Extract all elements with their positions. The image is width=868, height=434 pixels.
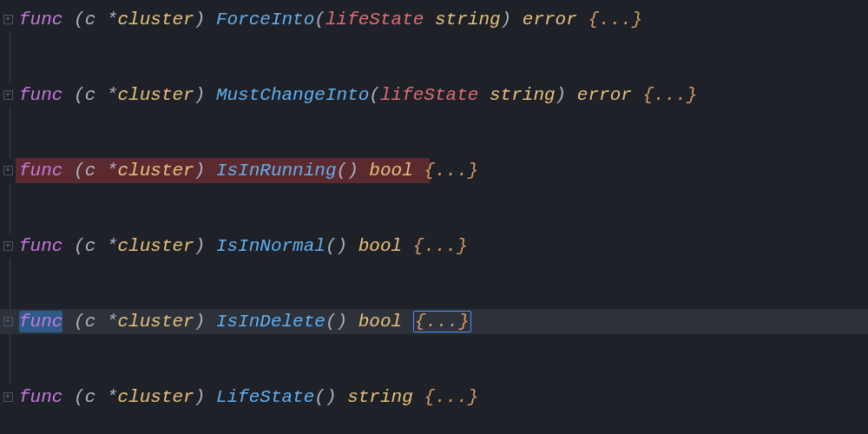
folded-body[interactable]: {...}	[424, 387, 478, 407]
fold-expand-icon[interactable]: +	[3, 317, 13, 326]
func-name: ForceInto	[216, 10, 314, 30]
blank-line	[0, 32, 868, 57]
blank-line	[0, 133, 868, 158]
receiver-var: c	[85, 10, 96, 30]
folded-body[interactable]: {...}	[413, 236, 468, 256]
punct: *	[95, 10, 117, 30]
blank-line	[0, 259, 868, 284]
code-content[interactable]: func (c *cluster) MustChangeInto(lifeSta…	[16, 85, 697, 105]
blank-line	[0, 208, 868, 233]
code-line-removed: + func (c *cluster) IsInRunning() bool {…	[0, 158, 868, 183]
keyword-func: func	[19, 85, 62, 105]
blank-line	[0, 284, 868, 309]
punct: )	[194, 10, 216, 30]
return-type: string	[347, 387, 413, 407]
folded-body[interactable]: {...}	[642, 85, 697, 105]
param-type: string	[490, 85, 556, 105]
blank-line	[0, 359, 868, 385]
code-line-current: + func (c *cluster) IsInDelete() bool {.…	[0, 309, 868, 334]
keyword-func-selected: func	[19, 311, 62, 332]
fold-expand-icon[interactable]: +	[3, 15, 13, 24]
gutter: +	[0, 166, 16, 175]
folded-body[interactable]: {...}	[424, 161, 478, 181]
gutter: +	[0, 90, 16, 100]
return-type: bool	[369, 161, 412, 181]
fold-guide	[10, 57, 10, 82]
func-name: IsInNormal	[216, 236, 326, 256]
param-name: lifeState	[326, 10, 424, 30]
code-content[interactable]: func (c *cluster) IsInRunning() bool {..…	[16, 161, 478, 181]
blank-line	[0, 57, 868, 82]
fold-expand-icon[interactable]: +	[3, 90, 13, 100]
blank-line	[0, 108, 868, 133]
code-content[interactable]: func (c *cluster) IsInNormal() bool {...…	[16, 236, 468, 256]
func-name: LifeState	[216, 387, 314, 407]
param-name: lifeState	[380, 85, 478, 105]
code-line: + func (c *cluster) IsInNormal() bool {.…	[0, 233, 868, 259]
code-line: + func (c *cluster) ForceInto(lifeState …	[0, 7, 868, 32]
fold-expand-icon[interactable]: +	[3, 241, 13, 251]
punct	[577, 10, 589, 30]
receiver-type: cluster	[117, 10, 194, 30]
punct: (	[314, 10, 326, 30]
folded-body[interactable]: {...}	[588, 10, 642, 30]
code-content[interactable]: func (c *cluster) IsInDelete() bool {...…	[16, 312, 471, 332]
return-type: error	[523, 10, 577, 30]
blank-line	[0, 183, 868, 208]
fold-expand-icon[interactable]: +	[3, 392, 13, 402]
return-type: error	[577, 85, 632, 105]
param-type: string	[435, 10, 501, 30]
keyword-func: func	[19, 387, 62, 407]
code-line: + func (c *cluster) LifeState() string {…	[0, 385, 868, 410]
code-content[interactable]: func (c *cluster) LifeState() string {..…	[16, 387, 478, 407]
fold-guide	[10, 32, 10, 57]
keyword-func: func	[19, 10, 62, 30]
code-editor: + func (c *cluster) ForceInto(lifeState …	[0, 0, 868, 410]
func-name: IsInRunning	[216, 161, 337, 181]
code-line: + func (c *cluster) MustChangeInto(lifeS…	[0, 82, 868, 108]
fold-expand-icon[interactable]: +	[3, 166, 13, 175]
punct	[511, 10, 523, 30]
blank-line	[0, 334, 868, 359]
func-name: IsInDelete	[216, 312, 326, 332]
gutter: +	[0, 15, 16, 24]
punct: )	[501, 10, 512, 30]
return-type: bool	[358, 312, 402, 332]
punct	[424, 10, 435, 30]
folded-body-focused[interactable]: {...}	[413, 311, 471, 332]
func-name: MustChangeInto	[216, 85, 369, 105]
punct: (	[62, 10, 84, 30]
keyword-func: func	[19, 236, 62, 256]
return-type: bool	[358, 236, 402, 256]
code-content[interactable]: func (c *cluster) ForceInto(lifeState st…	[16, 10, 642, 30]
keyword-func: func	[19, 161, 62, 181]
